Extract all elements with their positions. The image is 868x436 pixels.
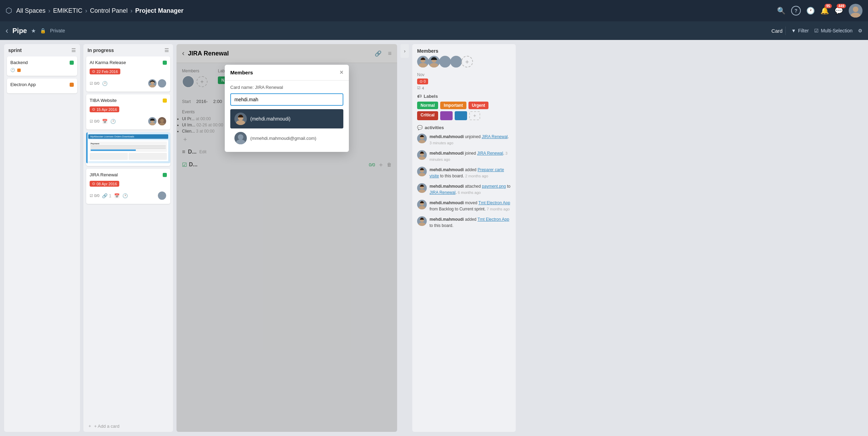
activity-5-text: mehdi.mahmoudi moved Tmt Electron App fr… (430, 200, 511, 212)
settings-button[interactable]: ⚙ (858, 28, 862, 33)
jira-date: ⊙ 08 Apr 2016 (90, 181, 119, 187)
activity-1: mehdi.mahmoudi unjoined JIRA Renewal. 3 … (417, 134, 511, 146)
svg-point-5 (159, 84, 165, 88)
modal-overlay: Members × Card name: JIRA Renewal (mehdi… (176, 44, 397, 432)
card-aikarma[interactable]: AI Karma Release ⊙ 22 Feb 2016 ☑ 0/0 🕐 (86, 56, 170, 92)
modal-close-button[interactable]: × (340, 69, 343, 76)
clock-icon[interactable]: 🕐 (806, 7, 815, 15)
inprogress-column-body: AI Karma Release ⊙ 22 Feb 2016 ☑ 0/0 🕐 (83, 56, 173, 420)
svg-point-31 (418, 173, 425, 176)
svg-point-3 (149, 84, 155, 88)
backend-orange-dot (17, 69, 21, 72)
sprint-card-backend[interactable]: Backend 🕐 (7, 56, 77, 76)
panel-collapse-button[interactable]: › (401, 44, 409, 58)
svg-point-10 (160, 193, 164, 197)
tiba-clock: 🕐 (110, 119, 116, 124)
svg-point-16 (238, 134, 243, 140)
label-blue[interactable] (455, 111, 467, 120)
breadcrumb-allspaces[interactable]: All Spaces (16, 7, 46, 14)
svg-point-7 (149, 122, 155, 126)
rp-add-member-button[interactable]: ＋ (461, 56, 473, 68)
member-result-2[interactable]: (mmehdi.mahmoudi@gmail.com) (230, 128, 343, 148)
breadcrumb-emiketic[interactable]: EMIKETIC (53, 7, 82, 14)
add-card-button[interactable]: ＋ + Add a card (83, 420, 173, 432)
member-result-1[interactable]: (mehdi.mahmoudi) (230, 109, 343, 128)
sprint-card-electronapp[interactable]: Electron App (7, 79, 77, 93)
sub-nav: ‹ Pipe ★ 🔒 Private Card ▼ Filter ☑ Multi… (0, 21, 868, 40)
inprogress-column-header: In progress ☰ (83, 44, 173, 56)
add-label-btn[interactable]: ＋ (469, 111, 480, 120)
tiba-date: ⊙ 15 Apr 2016 (90, 106, 119, 112)
activity-3-avatar (417, 167, 427, 176)
nov-checklist-count: 4 (422, 86, 424, 90)
bell-icon[interactable]: 🔔 95 (820, 7, 829, 15)
card-detail-panel: ‹ JIRA Renewal 🔗 ≡ Members ＋ Labels (176, 44, 397, 432)
jira-avatar-gray (157, 191, 167, 200)
inprogress-column-menu[interactable]: ☰ (164, 48, 169, 53)
jira-title: JIRA Renewal (90, 172, 118, 177)
activity-2-avatar (417, 150, 427, 160)
svg-point-37 (418, 222, 425, 226)
inprogress-column: In progress ☰ AI Karma Release ⊙ 22 Feb … (83, 44, 173, 432)
activity-6: mehdi.mahmoudi added Tmt Electron App to… (417, 216, 511, 229)
jira-calendar: 📅 (114, 193, 120, 198)
activity-1-link[interactable]: JIRA Renewal (482, 134, 507, 139)
activity-3-text: mehdi.mahmoudi added Preparer carte visi… (430, 167, 511, 179)
rp-member-2[interactable] (428, 56, 440, 68)
activity-2: mehdi.mahmoudi joined JIRA Renewal. 3 mi… (417, 150, 511, 163)
activity-6-link[interactable]: Tmt Electron App (477, 217, 509, 222)
multi-selection-button[interactable]: ☑ Multi-Selection (814, 28, 852, 33)
card-jira[interactable]: JIRA Renewal ⊙ 08 Apr 2016 ☑ 0/0 🔗 1 📅 🕐 (86, 169, 170, 204)
member-search-input[interactable] (230, 93, 343, 106)
sep1: › (48, 7, 50, 14)
jira-checklist: ☑ 0/0 (90, 194, 99, 198)
rp-member-1[interactable] (417, 56, 429, 68)
chat-icon[interactable]: 💬 449 (835, 7, 843, 15)
rp-member-4[interactable] (450, 56, 462, 68)
sub-nav-right: Card ▼ Filter ☑ Multi-Selection ⚙ (769, 27, 862, 35)
filter-icon: ▼ (791, 28, 796, 33)
activity-3: mehdi.mahmoudi added Preparer carte visi… (417, 167, 511, 179)
activity-4-link1[interactable]: payment.png (482, 184, 506, 189)
nov-checklist-icon: ☑ (417, 86, 421, 90)
activity-1-text: mehdi.mahmoudi unjoined JIRA Renewal. 3 … (430, 134, 511, 146)
help-icon[interactable]: ? (791, 6, 801, 15)
label-urgent[interactable]: Urgent (468, 102, 489, 109)
svg-point-0 (853, 7, 858, 12)
labels-grid: Normal Important Urgent Critical ＋ (417, 102, 511, 120)
user-avatar[interactable] (849, 4, 862, 18)
activity-5-link[interactable]: Tmt Electron App (478, 200, 510, 205)
modal-header: Members × (225, 65, 349, 81)
search-icon[interactable]: 🔍 (777, 7, 786, 15)
svg-point-9 (159, 122, 165, 126)
electronapp-dot (70, 83, 74, 87)
label-critical[interactable]: Critical (417, 111, 438, 120)
card-view-button[interactable]: Card (769, 27, 786, 35)
rp-member-3[interactable] (439, 56, 451, 68)
activities-icon: 💬 (417, 125, 423, 130)
label-important[interactable]: Important (440, 102, 466, 109)
hub-icon: ⬡ (6, 6, 12, 15)
activities-title: 💬 activities (417, 125, 511, 130)
star-icon[interactable]: ★ (31, 28, 36, 34)
svg-point-27 (418, 140, 425, 143)
activity-4-link2[interactable]: JIRA Renewal (430, 190, 455, 195)
activity-6-text: mehdi.mahmoudi added Tmt Electron App to… (430, 216, 511, 229)
label-purple[interactable] (440, 111, 453, 120)
svg-point-15 (236, 120, 245, 125)
aikarma-checklist: ☑ 0/0 (90, 81, 99, 86)
tiba-calendar: 📅 (102, 119, 108, 124)
sprint-column-menu[interactable]: ☰ (71, 48, 76, 53)
activity-4-text: mehdi.mahmoudi attached payment.png to J… (430, 183, 511, 196)
filter-button[interactable]: ▼ Filter (791, 28, 809, 33)
activity-2-link[interactable]: JIRA Renewal (477, 151, 503, 156)
label-normal[interactable]: Normal (417, 102, 438, 109)
aikarma-title: AI Karma Release (90, 60, 126, 65)
nov-date-badge: ⊙ 0 (417, 79, 428, 84)
tiba-date-icon: ⊙ (92, 107, 95, 112)
breadcrumb-controlpanel[interactable]: Control Panel (90, 7, 128, 14)
back-button[interactable]: ‹ (6, 26, 8, 35)
right-panel: Members ＋ (412, 44, 516, 432)
card-thumbnail[interactable]: MyAtlassian Licenses Orders Downloads Pa… (86, 132, 170, 166)
card-tiba[interactable]: TIBA Website ⊙ 15 Apr 2016 ☑ 0/0 📅 🕐 (86, 94, 170, 129)
